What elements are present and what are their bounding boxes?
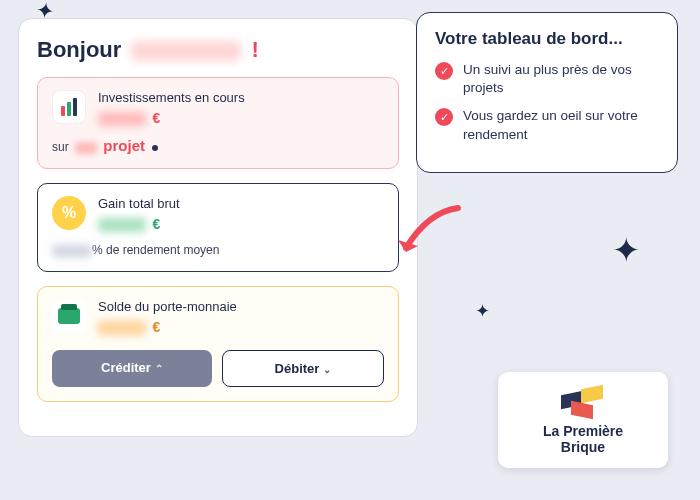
card-wallet-title: Solde du porte-monnaie (98, 299, 237, 314)
card-investments-title: Investissements en cours (98, 90, 245, 105)
callout-item: ✓ Vous gardez un oeil sur votre rendemen… (435, 107, 659, 143)
brand-logo-icon (561, 385, 605, 419)
sparkle-icon: ✦ (475, 300, 490, 322)
brand-logo-card: La Première Brique (498, 372, 668, 468)
check-icon: ✓ (435, 108, 453, 126)
greeting: Bonjour ! (37, 37, 399, 63)
arrow-up-icon: ⌃ (155, 363, 163, 374)
wallet-amount-redacted (98, 321, 146, 335)
callout-title: Votre tableau de bord... (435, 29, 659, 49)
arrow-down-icon: ⌄ (323, 364, 331, 375)
card-investments: Investissements en cours € sur projet (37, 77, 399, 169)
callout-box: Votre tableau de bord... ✓ Un suivi au p… (416, 12, 678, 173)
gain-yield-line: % de rendement moyen (52, 243, 384, 257)
greeting-exclaim: ! (252, 37, 259, 62)
credit-button[interactable]: Créditer⌃ (52, 350, 212, 387)
debit-button[interactable]: Débiter⌄ (222, 350, 384, 387)
greeting-prefix: Bonjour (37, 37, 121, 62)
dashboard-panel: Bonjour ! Investissements en cours € sur… (18, 18, 418, 437)
gain-amount-redacted (98, 218, 146, 232)
card-gain-title: Gain total brut (98, 196, 180, 211)
brand-name: La Première Brique (543, 423, 623, 455)
investments-amount-redacted (98, 112, 146, 126)
investments-subline: sur projet (52, 137, 384, 154)
currency-symbol: € (152, 319, 160, 335)
currency-symbol: € (152, 110, 160, 126)
check-icon: ✓ (435, 62, 453, 80)
sparkle-icon: ✦ (612, 230, 640, 270)
user-name-redacted (131, 41, 241, 61)
currency-symbol: € (152, 216, 160, 232)
pointer-arrow-icon (388, 200, 468, 270)
wallet-icon (52, 299, 86, 333)
percent-icon: % (52, 196, 86, 230)
callout-item: ✓ Un suivi au plus près de vos projets (435, 61, 659, 97)
card-gain: % Gain total brut € % de rendement moyen (37, 183, 399, 272)
project-count-redacted (75, 142, 97, 154)
dot-icon (152, 145, 158, 151)
yield-pct-redacted (52, 245, 92, 257)
chart-bars-icon (52, 90, 86, 124)
project-word: projet (103, 137, 145, 154)
card-wallet: Solde du porte-monnaie € Créditer⌃ Débit… (37, 286, 399, 402)
